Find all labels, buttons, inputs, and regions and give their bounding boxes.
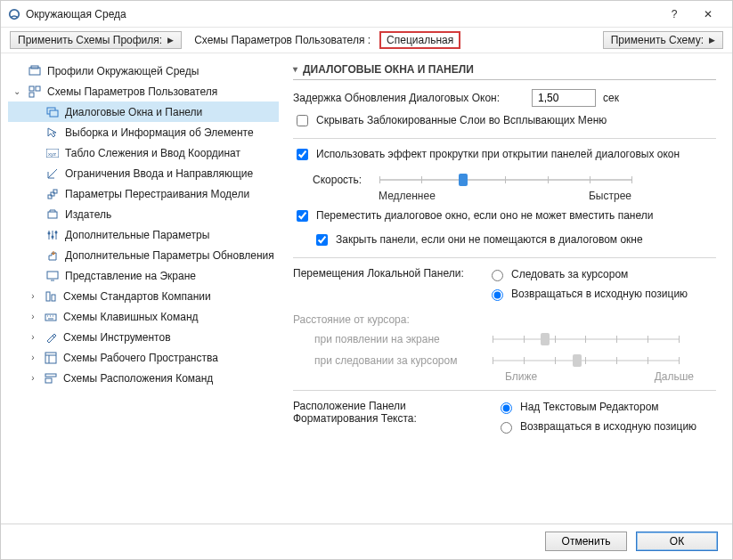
- toolbar: Применить Схемы Профиля:▶ Схемы Параметр…: [1, 28, 732, 53]
- tools-icon: [44, 330, 58, 345]
- tree-item-publisher[interactable]: Издатель: [8, 204, 279, 224]
- radio[interactable]: [501, 422, 512, 434]
- checkbox[interactable]: [297, 149, 308, 160]
- tree-commands[interactable]: › Схемы Расположения Команд: [8, 368, 279, 388]
- check-label: Скрывать Заблокированные Слои во Всплыва…: [316, 114, 607, 126]
- svg-text:xyz: xyz: [48, 151, 56, 157]
- tree-item-selection-info[interactable]: Выборка и Информация об Элементе: [8, 122, 279, 142]
- scheme-label: Схемы Параметров Пользователя :: [194, 34, 371, 46]
- checkbox[interactable]: [297, 210, 308, 222]
- expand-icon[interactable]: ›: [28, 353, 38, 362]
- tree-label: Ограничения Ввода и Направляющие: [65, 167, 253, 180]
- tree-label: Схемы Инструментов: [63, 331, 171, 344]
- guides-icon: [45, 166, 60, 181]
- profiles-icon: [28, 64, 42, 78]
- dist-appear-label: при появлении на экране: [314, 333, 484, 345]
- expand-icon[interactable]: ›: [28, 312, 38, 321]
- user-schemes-icon: [28, 85, 42, 99]
- move-dialog-check[interactable]: Переместить диалоговое окно, если оно не…: [293, 209, 716, 224]
- tree-label: Схемы Стандартов Компании: [63, 290, 211, 303]
- tree-company-standards[interactable]: › Схемы Стандартов Компании: [8, 286, 279, 306]
- keyboard-icon: [44, 310, 58, 324]
- faster-label: Быстрее: [589, 190, 631, 202]
- tree-label: Дополнительные Параметры Обновления: [65, 249, 274, 262]
- help-button[interactable]: ?: [657, 5, 691, 23]
- expand-icon[interactable]: ›: [28, 373, 38, 383]
- tree-workspace[interactable]: › Схемы Рабочего Пространства: [8, 347, 279, 368]
- tree-label: Диалоговые Окна и Панели: [65, 106, 202, 118]
- hide-locked-check[interactable]: Скрывать Заблокированные Слои во Всплыва…: [293, 114, 716, 129]
- svg-rect-7: [50, 110, 58, 117]
- collapse-icon[interactable]: ⌄: [12, 86, 22, 96]
- checkbox[interactable]: [316, 234, 328, 246]
- apply-profile-schemes-button[interactable]: Применить Схемы Профиля:▶: [10, 31, 182, 49]
- svg-point-16: [55, 231, 58, 233]
- selection-icon: [45, 126, 60, 140]
- tree-item-rebuild[interactable]: Параметры Перестраивания Модели: [8, 183, 279, 204]
- close-button[interactable]: ✕: [691, 5, 725, 23]
- scroll-effect-check[interactable]: Использовать эффект прокрутки при открыт…: [293, 148, 716, 163]
- svg-point-14: [48, 231, 51, 234]
- closer-label: Ближе: [505, 370, 537, 383]
- text-panel-radiogroup: Над Текстовым Редактором Возвращаться в …: [496, 400, 696, 434]
- tracker-icon: xyz: [45, 146, 60, 160]
- radio[interactable]: [501, 402, 512, 414]
- tree-label: Схемы Расположения Команд: [63, 372, 213, 385]
- divider: [293, 257, 716, 258]
- window-title: Окружающая Среда: [26, 8, 126, 20]
- tree-tool-schemes[interactable]: › Схемы Инструментов: [8, 327, 279, 347]
- section-header[interactable]: ▾ ДИАЛОГОВЫЕ ОКНА И ПАНЕЛИ: [293, 59, 716, 80]
- radio-above-editor[interactable]: Над Текстовым Редактором: [496, 400, 696, 414]
- expand-icon[interactable]: ›: [28, 291, 38, 301]
- radio[interactable]: [492, 270, 503, 281]
- radio-follow-cursor[interactable]: Следовать за курсором: [487, 267, 688, 281]
- tree-label: Табло Слежения и Ввод Координат: [65, 147, 240, 159]
- ok-button[interactable]: ОК: [636, 532, 718, 551]
- chevron-right-icon: ▶: [167, 36, 174, 45]
- dialogs-icon: [45, 105, 60, 119]
- dist-appear-slider: [493, 331, 680, 347]
- close-panels-check[interactable]: Закрыть панели, если они не помещаются в…: [293, 233, 716, 248]
- tree-label: Профили Окружающей Среды: [47, 65, 199, 77]
- expand-icon[interactable]: ›: [28, 332, 38, 342]
- dist-follow-slider: [493, 353, 680, 369]
- delay-label: Задержка Обновления Диалоговых Окон:: [293, 92, 525, 104]
- tree-root-profiles[interactable]: Профили Окружающей Среды: [8, 61, 279, 81]
- chevron-right-icon: ▶: [709, 36, 715, 45]
- screen-icon: [45, 269, 60, 283]
- tree-label: Издатель: [65, 208, 111, 221]
- slower-label: Медленнее: [379, 190, 436, 202]
- tree-item-dialogs-panels[interactable]: Диалоговые Окна и Панели: [8, 101, 279, 122]
- tree-item-tracker[interactable]: xyz Табло Слежения и Ввод Координат: [8, 142, 279, 163]
- local-panel-label: Перемещения Локальной Панели:: [293, 267, 480, 280]
- cancel-button[interactable]: Отменить: [545, 532, 627, 551]
- svg-rect-19: [52, 295, 55, 301]
- svg-rect-4: [36, 86, 40, 91]
- scheme-value: Специальная: [379, 31, 460, 49]
- tree-keyboard[interactable]: › Схемы Клавишных Команд: [8, 306, 279, 327]
- main-panel: ▾ ДИАЛОГОВЫЕ ОКНА И ПАНЕЛИ Задержка Обно…: [282, 53, 732, 523]
- delay-input[interactable]: [532, 89, 596, 107]
- tree-item-onscreen[interactable]: Представление на Экране: [8, 265, 279, 286]
- tree-item-guides[interactable]: Ограничения Ввода и Направляющие: [8, 163, 279, 183]
- tree-user-schemes[interactable]: ⌄ Схемы Параметров Пользователя: [8, 81, 279, 101]
- commands-icon: [44, 371, 58, 386]
- speed-slider[interactable]: [379, 172, 632, 188]
- speed-label: Скорость:: [313, 174, 371, 186]
- tree-label: Схемы Рабочего Пространства: [63, 352, 218, 364]
- tree-item-more-options[interactable]: Дополнительные Параметры: [8, 224, 279, 245]
- radio[interactable]: [492, 289, 503, 301]
- local-panel-row: Перемещения Локальной Панели: Следовать …: [293, 267, 716, 301]
- radio-return-home[interactable]: Возвращаться в исходную позицию: [487, 287, 688, 301]
- svg-rect-20: [45, 314, 56, 321]
- company-icon: [44, 289, 58, 304]
- update-icon: [45, 248, 60, 263]
- caret-down-icon: ▾: [293, 64, 297, 74]
- apply-scheme-button[interactable]: Применить Схему:▶: [603, 31, 723, 49]
- speed-ends: Медленнее Быстрее: [379, 190, 631, 202]
- radio-return-home-2[interactable]: Возвращаться в исходную позицию: [496, 419, 696, 434]
- speed-slider-row: Скорость:: [313, 172, 716, 188]
- tree-item-update-options[interactable]: Дополнительные Параметры Обновления: [8, 245, 279, 265]
- tree-label: Представление на Экране: [65, 270, 196, 282]
- checkbox[interactable]: [297, 115, 308, 126]
